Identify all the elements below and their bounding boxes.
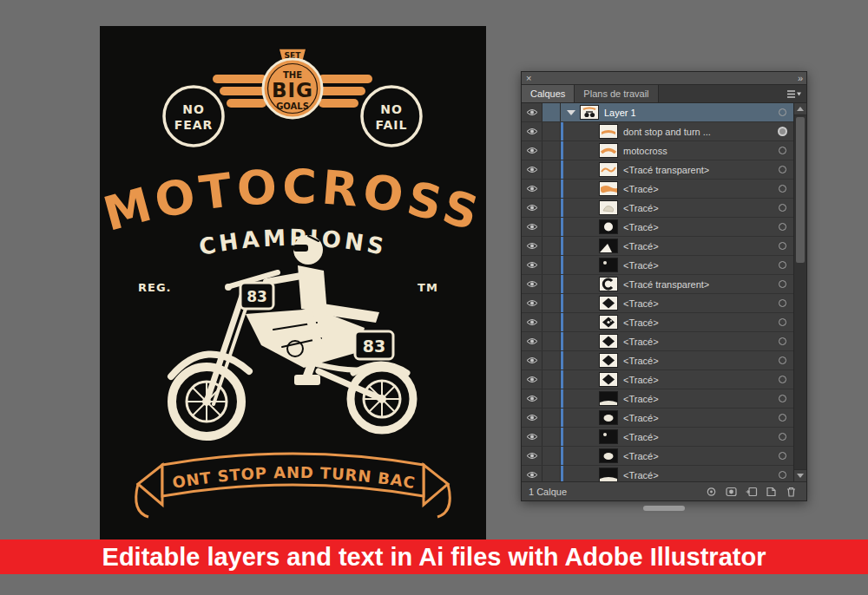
layer-row[interactable]: <Tracé> [522,218,793,237]
vertical-scrollbar[interactable] [793,103,806,481]
layer-row-main[interactable]: <Tracé transparent> [561,160,771,179]
layer-row-main[interactable]: <Tracé> [561,180,771,198]
dark-speck-thumb[interactable] [600,258,617,271]
scrollbar-thumb[interactable] [796,117,805,263]
layer-row[interactable]: <Tracé> [522,409,793,428]
visibility-toggle[interactable] [522,180,542,198]
target-toggle[interactable] [771,275,793,293]
target-toggle[interactable] [771,294,793,312]
title-arc-thumb[interactable] [600,144,617,157]
new-layer-icon[interactable] [765,486,778,498]
scroll-up-button[interactable] [794,103,806,115]
layer-row-main[interactable]: <Tracé transparent> [561,275,771,293]
layer-row-main[interactable]: <Tracé> [561,389,771,408]
layer-row[interactable]: <Tracé> [522,351,793,370]
diamond-dots-thumb[interactable] [600,316,617,329]
visibility-toggle[interactable] [522,103,542,121]
locate-object-icon[interactable] [705,486,718,498]
layer-row-main[interactable]: <Tracé> [561,332,771,350]
scroll-down-button[interactable] [794,469,806,481]
lock-toggle[interactable] [542,447,561,465]
lock-toggle[interactable] [542,141,561,160]
corner-shape-dark-thumb[interactable] [600,239,617,252]
visibility-toggle[interactable] [522,294,542,312]
layer-row-main[interactable]: <Tracé> [561,370,771,389]
poster-thumb[interactable] [581,106,598,119]
layer-row-main[interactable]: <Tracé> [561,199,771,217]
visibility-toggle[interactable] [522,332,542,350]
visibility-toggle[interactable] [522,122,542,141]
lock-toggle[interactable] [542,332,561,350]
new-sublayer-icon[interactable] [745,486,758,498]
visibility-toggle[interactable] [522,160,542,179]
layer-row[interactable]: <Tracé> [522,332,793,351]
lock-toggle[interactable] [542,237,561,255]
lock-toggle[interactable] [542,160,561,179]
visibility-toggle[interactable] [522,218,542,236]
layer-row-main[interactable]: <Tracé> [561,447,771,465]
target-toggle[interactable] [771,389,793,408]
clipping-mask-icon[interactable] [725,486,738,498]
layer-row[interactable]: Layer 1 [522,103,793,122]
target-toggle[interactable] [771,332,793,350]
lock-toggle[interactable] [542,275,561,293]
visibility-toggle[interactable] [522,447,542,465]
white-blob-dark-thumb[interactable] [600,411,617,424]
layer-row[interactable]: <Tracé> [522,180,793,199]
visibility-toggle[interactable] [522,199,542,217]
lock-toggle[interactable] [542,428,561,446]
visibility-toggle[interactable] [522,313,542,331]
lock-toggle[interactable] [542,313,561,331]
layer-row-main[interactable]: <Tracé> [561,237,771,255]
diamond-thumb[interactable] [600,373,617,386]
target-toggle[interactable] [771,466,793,481]
layer-row[interactable]: <Tracé> [522,370,793,389]
target-toggle[interactable] [771,122,793,141]
layer-row[interactable]: <Tracé> [522,428,793,447]
layer-row[interactable]: <Tracé> [522,294,793,313]
lock-toggle[interactable] [542,370,561,389]
lock-toggle[interactable] [542,199,561,217]
layer-row[interactable]: motocross [522,141,793,160]
layer-row-main[interactable]: dont stop and turn ... [561,122,771,141]
target-toggle[interactable] [771,370,793,389]
c-shape-thumb[interactable] [600,278,617,291]
white-blob-dark-thumb[interactable] [600,449,617,462]
lock-toggle[interactable] [542,180,561,198]
lock-toggle[interactable] [542,389,561,408]
light-shape-thumb[interactable] [600,201,617,214]
target-toggle[interactable] [771,237,793,255]
disclosure-triangle-icon[interactable] [567,110,575,115]
layer-row[interactable]: <Tracé> [522,237,793,256]
layer-row[interactable]: <Tracé transparent> [522,275,793,294]
target-toggle[interactable] [771,141,793,160]
lock-toggle[interactable] [542,409,561,427]
visibility-toggle[interactable] [522,466,542,481]
visibility-toggle[interactable] [522,409,542,427]
dark-bottom-thumb[interactable] [600,468,617,481]
panel-resize-grip[interactable] [643,506,685,511]
layer-row-main[interactable]: <Tracé> [561,313,771,331]
diamond-thumb[interactable] [600,335,617,348]
panel-menu-icon[interactable] [781,85,806,102]
orange-wave-thumb[interactable] [600,182,617,195]
layer-row-main[interactable]: <Tracé> [561,256,771,274]
target-toggle[interactable] [771,409,793,427]
visibility-toggle[interactable] [522,237,542,255]
squiggle-thumb[interactable] [600,163,617,176]
tab-plans-de-travail[interactable]: Plans de travail [575,85,658,102]
visibility-toggle[interactable] [522,351,542,369]
layer-row-main[interactable]: Layer 1 [561,103,771,121]
target-toggle[interactable] [771,180,793,198]
target-toggle[interactable] [771,256,793,274]
delete-icon[interactable] [785,486,798,498]
visibility-toggle[interactable] [522,141,542,160]
layer-row-main[interactable]: motocross [561,141,771,160]
layer-row-main[interactable]: <Tracé> [561,409,771,427]
visibility-toggle[interactable] [522,370,542,389]
lock-toggle[interactable] [542,256,561,274]
visibility-toggle[interactable] [522,389,542,408]
dark-speck-thumb[interactable] [600,430,617,443]
close-icon[interactable]: × [526,74,531,82]
target-toggle[interactable] [771,218,793,236]
